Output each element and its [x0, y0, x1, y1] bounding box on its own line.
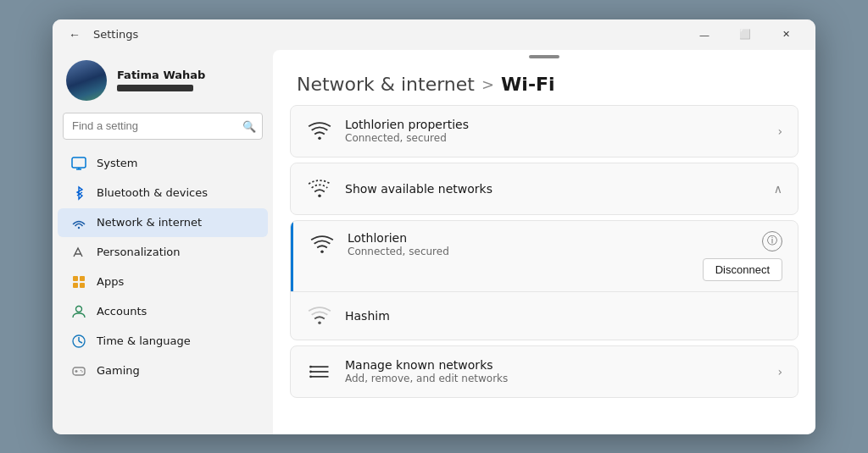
connected-network-name: Lothlorien [348, 231, 691, 245]
manage-networks-icon [306, 358, 333, 385]
sidebar-item-system[interactable]: System [58, 149, 268, 178]
content-area: Network & internet > Wi-Fi [273, 50, 815, 434]
user-info: Fatima Wahab [117, 69, 205, 91]
svg-point-25 [309, 365, 312, 367]
nav-items: System Bluetooth & devices [53, 148, 273, 426]
scroll-indicator [273, 50, 815, 58]
info-button[interactable]: ⓘ [762, 231, 782, 251]
breadcrumb-separator: > [481, 75, 494, 93]
apps-icon [71, 274, 86, 290]
sidebar-item-apps[interactable]: Apps [58, 268, 268, 296]
main-area: Fatima Wahab 🔍 [53, 50, 815, 434]
disconnect-button[interactable]: Disconnect [703, 258, 782, 281]
svg-point-27 [309, 375, 312, 378]
personalization-icon [71, 245, 86, 260]
sidebar-item-personalization[interactable]: Personalization [58, 238, 268, 267]
user-name: Fatima Wahab [117, 69, 205, 81]
search-box: 🔍 [63, 113, 263, 140]
sidebar-item-time[interactable]: Time & language [58, 327, 268, 356]
lothlorien-properties-card[interactable]: Lothlorien properties Connected, secured… [290, 105, 798, 157]
sidebar-label-personalization: Personalization [97, 246, 181, 258]
content-header: Network & internet > Wi-Fi [273, 58, 815, 105]
sidebar-label-apps: Apps [97, 275, 124, 288]
svg-point-9 [76, 306, 82, 312]
chevron-up-icon: ∧ [774, 182, 782, 196]
sidebar-label-network: Network & internet [97, 216, 202, 229]
title-bar: ← Settings — ⬜ ✕ [53, 19, 815, 50]
network-icon [71, 215, 86, 230]
lothlorien-properties-title: Lothlorien properties [345, 118, 765, 131]
available-networks-icon [306, 175, 333, 202]
bluetooth-icon [71, 185, 86, 201]
system-icon [71, 156, 86, 171]
svg-rect-6 [80, 276, 85, 281]
show-available-label: Show available networks [345, 182, 492, 196]
window-title: Settings [93, 28, 138, 41]
sidebar-label-time: Time & language [97, 334, 191, 347]
manage-networks-subtitle: Add, remove, and edit networks [345, 373, 765, 384]
minimize-button[interactable]: — [685, 21, 724, 48]
other-network-item[interactable]: Hashim [291, 291, 798, 340]
svg-point-19 [318, 194, 321, 197]
svg-point-16 [81, 369, 82, 371]
gaming-icon [71, 363, 86, 378]
user-email-bar [117, 85, 193, 91]
sidebar-item-accounts[interactable]: Accounts [58, 297, 268, 326]
breadcrumb: Network & internet > Wi-Fi [297, 74, 792, 95]
manage-chevron-right-icon: › [777, 365, 782, 378]
sidebar-label-accounts: Accounts [97, 305, 147, 318]
window-controls: — ⬜ ✕ [685, 21, 805, 48]
svg-rect-13 [73, 367, 85, 375]
svg-point-26 [309, 370, 312, 373]
svg-point-18 [318, 136, 321, 140]
manage-networks-text: Manage known networks Add, remove, and e… [345, 358, 765, 384]
svg-point-3 [78, 226, 80, 228]
sidebar-item-gaming[interactable]: Gaming [58, 356, 268, 385]
sidebar: Fatima Wahab 🔍 [53, 50, 273, 434]
user-section: Fatima Wahab [53, 50, 273, 113]
manage-networks-title: Manage known networks [345, 358, 765, 372]
wifi-connected-icon [306, 118, 333, 145]
sidebar-label-system: System [97, 157, 137, 169]
network-actions: ⓘ Disconnect [703, 231, 782, 281]
accounts-icon [71, 304, 86, 319]
wifi-medium-icon [306, 302, 333, 329]
back-button[interactable]: ← [63, 23, 86, 47]
other-network-name: Hashim [345, 309, 390, 323]
settings-window: ← Settings — ⬜ ✕ Fatima Wahab [53, 19, 815, 434]
connected-network-info: Lothlorien Connected, secured [348, 231, 691, 257]
network-section: Lothlorien Connected, secured ⓘ Disconne… [290, 220, 798, 340]
search-icon: 🔍 [242, 119, 256, 132]
svg-point-17 [81, 371, 83, 373]
sidebar-label-gaming: Gaming [97, 364, 140, 377]
wifi-strong-icon [309, 231, 336, 258]
breadcrumb-current: Wi-Fi [501, 74, 555, 95]
search-input[interactable] [63, 113, 263, 140]
svg-point-21 [318, 321, 321, 324]
chevron-right-icon: › [777, 124, 782, 138]
sidebar-label-bluetooth: Bluetooth & devices [97, 186, 208, 199]
show-available-networks-toggle[interactable]: Show available networks ∧ [290, 163, 798, 215]
svg-rect-7 [73, 283, 78, 288]
lothlorien-properties-text: Lothlorien properties Connected, secured [345, 118, 765, 144]
connected-network-status: Connected, secured [348, 246, 691, 257]
content-body: Lothlorien properties Connected, secured… [273, 105, 815, 434]
connected-network-item[interactable]: Lothlorien Connected, secured ⓘ Disconne… [291, 221, 798, 291]
svg-line-12 [79, 341, 82, 343]
breadcrumb-parent: Network & internet [297, 74, 475, 95]
lothlorien-properties-subtitle: Connected, secured [345, 132, 765, 144]
svg-rect-0 [72, 157, 86, 168]
maximize-button[interactable]: ⬜ [726, 21, 765, 48]
svg-rect-5 [73, 276, 78, 281]
svg-point-20 [320, 250, 324, 253]
svg-rect-8 [80, 283, 85, 288]
avatar [66, 60, 107, 101]
close-button[interactable]: ✕ [766, 21, 805, 48]
time-icon [71, 334, 86, 349]
sidebar-item-network[interactable]: Network & internet [58, 208, 268, 237]
manage-known-networks-card[interactable]: Manage known networks Add, remove, and e… [290, 345, 798, 398]
sidebar-item-bluetooth[interactable]: Bluetooth & devices [58, 179, 268, 207]
